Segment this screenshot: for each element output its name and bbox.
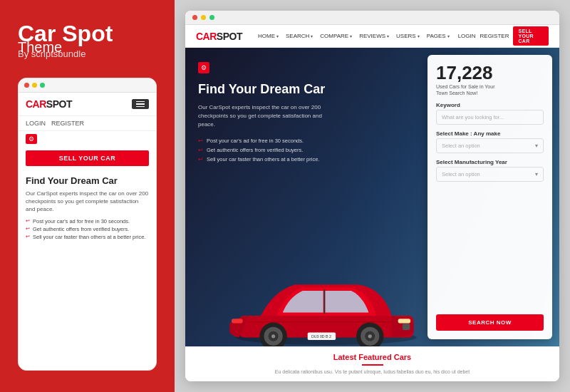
search-stat-desc: Used Cars for Sale in Your Town Search N… <box>436 83 507 96</box>
svg-point-13 <box>368 334 371 338</box>
nav-reviews[interactable]: REVIEWS ▾ <box>359 33 389 39</box>
latest-divider <box>362 364 383 366</box>
hero-feature-1: ↩ Post your car's ad for free in 30 seco… <box>198 138 378 144</box>
mobile-feature-1: ↩ Post your car's ad for free in 30 seco… <box>19 217 156 225</box>
search-year-placeholder: Select an option <box>442 171 480 177</box>
svg-rect-5 <box>232 319 243 323</box>
check-icon-2: ↩ <box>26 226 30 232</box>
svg-rect-4 <box>398 319 410 323</box>
latest-title: Latest Featured Cars <box>196 353 549 361</box>
feature-icon-3: ↩ <box>198 156 203 163</box>
left-panel: Car Spot Theme By scriptsbundle CARSPOT … <box>0 0 175 392</box>
feature-icon-2: ↩ <box>198 147 203 153</box>
hero-feature-3: ↩ Sell your car faster than others at a … <box>198 156 378 163</box>
mobile-logo: CARSPOT <box>26 98 72 110</box>
search-make-label: Select Make : Any make <box>436 130 544 137</box>
chevron-down-icon: ▾ <box>276 33 279 38</box>
search-make-placeholder: Select an option <box>442 143 480 149</box>
chevron-down-icon: ▾ <box>535 171 538 177</box>
hero-features: ↩ Post your car's ad for free in 30 seco… <box>198 138 378 163</box>
mobile-feature-3: ↩ Sell your car faster than others at a … <box>19 233 156 241</box>
nav-sell-button[interactable]: SELL YOUR CAR <box>513 26 549 46</box>
feature-icon-1: ↩ <box>198 138 203 144</box>
search-card: 17,228 Used Cars for Sale in Your Town S… <box>428 55 552 339</box>
desktop-logo-spot: SPOT <box>217 31 242 42</box>
search-year-group: Select Manufacturing Year Select an opti… <box>436 159 544 182</box>
mobile-hero-desc: Our CarSpot experts inspect the car on o… <box>19 190 156 218</box>
search-make-select[interactable]: Select an option ▾ <box>436 138 544 153</box>
search-year-select[interactable]: Select an option ▾ <box>436 167 544 182</box>
bottom-section: Latest Featured Cars Eu delicata rationi… <box>185 346 559 381</box>
desktop-nav: CARSPOT HOME ▾ SEARCH ▾ COMPARE ▾ REVIEW… <box>185 25 559 48</box>
desktop-top-bar <box>185 11 559 25</box>
chevron-down-icon: ▾ <box>447 33 450 38</box>
dot-green <box>40 83 45 88</box>
mobile-feature-2: ↩ Get authentic offers from verified buy… <box>19 225 156 233</box>
dt-dot-yellow <box>201 15 206 20</box>
car-image: DU3 0D B 2 <box>221 250 431 346</box>
mobile-nav: CARSPOT <box>19 93 156 116</box>
dt-dot-green <box>209 15 214 20</box>
dt-dot-red <box>192 15 197 20</box>
mobile-features: ↩ Post your car's ad for free in 30 seco… <box>19 217 156 241</box>
hero-title: Find Your Dream Car <box>198 82 378 98</box>
nav-home[interactable]: HOME ▾ <box>258 33 279 39</box>
hero-gear-icon: ⚙ <box>198 62 209 73</box>
mobile-gear-icon: ⚙ <box>26 134 37 144</box>
search-year-label: Select Manufacturing Year <box>436 159 544 165</box>
nav-register[interactable]: REGISTER <box>480 33 509 39</box>
hero-feature-2: ↩ Get authentic offers from verified buy… <box>198 147 378 153</box>
search-keyword-label: Keyword <box>436 102 544 108</box>
mobile-sell-button[interactable]: SELL YOUR CAR <box>26 150 149 166</box>
mobile-register[interactable]: REGISTER <box>51 120 84 127</box>
check-icon-3: ↩ <box>26 234 30 239</box>
chevron-down-icon: ▾ <box>418 33 420 38</box>
mobile-hero-title: Find Your Dream Car <box>19 170 156 190</box>
mobile-logo-car: CAR <box>26 98 46 110</box>
desktop-logo: CARSPOT <box>196 31 242 42</box>
search-keyword-group: Keyword What are you looking for... <box>436 102 544 125</box>
mobile-login[interactable]: LOGIN <box>26 120 46 127</box>
hero-section: ⚙ Find Your Dream Car Our CarSpot expert… <box>185 48 559 346</box>
mobile-auth: LOGIN REGISTER <box>19 116 156 131</box>
check-icon-1: ↩ <box>26 218 30 224</box>
svg-rect-3 <box>402 324 410 330</box>
right-panel: CARSPOT HOME ▾ SEARCH ▾ COMPARE ▾ REVIEW… <box>175 0 570 392</box>
search-keyword-placeholder: What are you looking for... <box>442 114 504 120</box>
nav-users[interactable]: USERS ▾ <box>396 33 420 39</box>
latest-title-accent: Featured Cars <box>358 353 411 361</box>
desktop-logo-car: CAR <box>196 31 217 42</box>
search-make-group: Select Make : Any make Select an option … <box>436 130 544 153</box>
nav-login[interactable]: LOGIN <box>458 33 476 39</box>
chevron-down-icon: ▾ <box>387 33 389 38</box>
dot-yellow <box>32 83 37 88</box>
hamburger-menu[interactable] <box>132 99 149 110</box>
chevron-down-icon: ▾ <box>535 143 538 149</box>
nav-compare[interactable]: COMPARE ▾ <box>320 33 352 39</box>
search-stat: 17,228 Used Cars for Sale in Your Town S… <box>436 63 544 96</box>
mobile-top-bar <box>19 78 156 93</box>
hero-desc: Our CarSpot experts inspect the car on o… <box>198 103 341 129</box>
desktop-mockup: CARSPOT HOME ▾ SEARCH ▾ COMPARE ▾ REVIEW… <box>185 11 559 381</box>
svg-point-9 <box>271 334 275 338</box>
mobile-mockup: CARSPOT LOGIN REGISTER ⚙ SELL YOUR CAR F… <box>18 78 157 371</box>
mobile-logo-spot: SPOT <box>46 98 72 110</box>
chevron-down-icon: ▾ <box>311 33 313 38</box>
svg-text:DU3 0D B 2: DU3 0D B 2 <box>311 335 331 339</box>
search-now-button[interactable]: SEARCH NOW <box>436 314 544 331</box>
search-stat-number: 17,228 <box>436 63 544 82</box>
search-keyword-input[interactable]: What are you looking for... <box>436 110 544 125</box>
chevron-down-icon: ▾ <box>350 33 352 38</box>
latest-desc: Eu delicata rationibus usu. Vis te putan… <box>196 368 549 376</box>
nav-search[interactable]: SEARCH ▾ <box>286 33 313 39</box>
nav-items: HOME ▾ SEARCH ▾ COMPARE ▾ REVIEWS ▾ USER… <box>258 33 450 39</box>
nav-pages[interactable]: PAGES ▾ <box>427 33 450 39</box>
nav-auth: LOGIN REGISTER SELL YOUR CAR <box>458 26 549 46</box>
dot-red <box>24 83 29 88</box>
app-by: By scriptsbundle <box>18 48 157 59</box>
